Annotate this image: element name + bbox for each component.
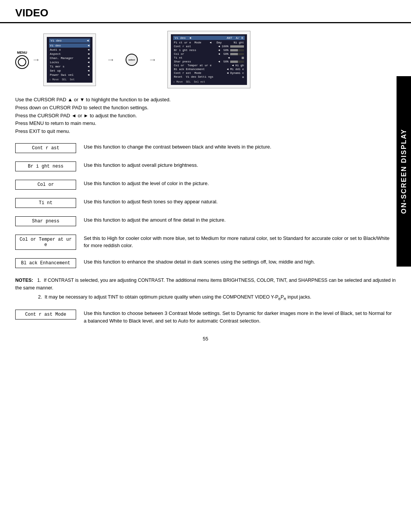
feature-description: Use this function to enhance the shadow …: [84, 258, 396, 266]
menu-circle: [15, 55, 29, 69]
osd-menu-2: Vi deo ◄ ANT A/ B Pi ct ur e Mode ◄ Day …: [171, 34, 247, 85]
osd2-row: Col or ◄ 50%: [173, 52, 245, 56]
note-1: NOTES: 1. If CONTRAST is selected, you a…: [15, 276, 396, 292]
osd-footer-1: ↕ Move SEL Set: [49, 78, 90, 81]
osd-menu-1-header: Vi deo ◄: [49, 38, 90, 43]
sidebar-label: ON-SCREEN DISPLAY: [397, 76, 411, 267]
feature-label: Bl ack Enhancement: [15, 258, 76, 268]
osd2-row: Reset Vi deo Setti ngs ⊕: [173, 75, 245, 79]
select-label: select: [128, 59, 135, 61]
osd2-row: Col or Temper at ur e ◄ Hi gh: [173, 64, 245, 67]
feature-description: Use this function to choose between 3 Co…: [84, 310, 396, 324]
notes-section: NOTES: 1. If CONTRAST is selected, you a…: [15, 276, 396, 302]
select-circle: select: [126, 54, 138, 66]
arrow-icon-2: →: [107, 55, 115, 65]
instruction-line: Use the CURSOR PAD ▲ or ▼ to highlight t…: [15, 96, 396, 104]
feature-description: Set this to High for cooler color with m…: [84, 235, 396, 249]
osd-menu-box-2: Vi deo ◄ ANT A/ B Pi ct ur e Mode ◄ Day …: [167, 31, 250, 88]
feature-label: Cont r ast: [15, 143, 76, 153]
osd-row: Ti mer s◄: [49, 64, 90, 69]
notes-label: NOTES:: [15, 278, 33, 283]
page-title: VIDEO: [0, 0, 411, 23]
osd2-row: Shar pness ◄ 50%: [173, 60, 245, 64]
feature-color: Col or Use this function to adjust the l…: [15, 180, 396, 190]
feature-contrast: Cont r ast Use this function to change t…: [15, 143, 396, 153]
feature-description: Use this function to adjust the level of…: [84, 180, 396, 187]
feature-tint: Ti nt Use this function to adjust flesh …: [15, 198, 396, 208]
osd2-footer: ↕ Move SEL Sel ect: [173, 80, 245, 83]
osd-menu-box-1: Vi deo ◄ Vi deo◄ Audi o◄ Aspect◄ Chan. M…: [43, 34, 96, 86]
osd2-row: Cont r ast Mode ◄ Dynami c: [173, 71, 245, 75]
note-text-1: If CONTRAST is selected, you are adjusti…: [15, 278, 396, 291]
instruction-line: Press MENU to return to main menu.: [15, 120, 396, 128]
select-area: select: [126, 54, 138, 66]
feature-label: Col or: [15, 180, 76, 190]
menu-label: MENU: [17, 51, 27, 54]
instruction-line: Press down on CURSOR PAD to select the f…: [15, 104, 396, 112]
osd-row: Vi deo◄: [49, 43, 90, 48]
osd-row: Set up◄: [49, 69, 90, 73]
feature-brightness: Br i ght ness Use this function to adjus…: [15, 161, 396, 171]
diagram-left: MENU → Vi deo ◄ Vi deo◄ Audi o◄ Aspect◄ …: [15, 34, 96, 86]
osd-row: Chan. Manager◄: [49, 56, 90, 60]
osd-menu-1: Vi deo ◄ Vi deo◄ Audi o◄ Aspect◄ Chan. M…: [47, 37, 92, 83]
feature-description: Use this function to adjust overall pict…: [84, 161, 396, 169]
arrow-icon-1: →: [32, 55, 40, 65]
feature-black-enhancement: Bl ack Enhancement Use this function to …: [15, 258, 396, 268]
feature-description: Use this function to change the contrast…: [84, 143, 396, 151]
feature-color-temperature: Col or Temper at ur e Set this to High f…: [15, 235, 396, 250]
page-number: 55: [203, 336, 208, 342]
osd-row: Power Swi vel◄: [49, 73, 90, 77]
feature-contrast-mode: Cont r ast Mode Use this function to cho…: [15, 310, 396, 324]
osd2-row: Pi ct ur e Mode ◄ Day Ni ght: [173, 41, 245, 45]
instruction-line: Press the CURSOR PAD ◄ or ► to adjust th…: [15, 112, 396, 120]
note-2: 2. It may be necessary to adjust TINT to…: [15, 293, 396, 302]
diagrams-section: MENU → Vi deo ◄ Vi deo◄ Audi o◄ Aspect◄ …: [15, 31, 396, 88]
instruction-line: Press EXIT to quit menu.: [15, 128, 396, 136]
feature-description: Use this function to adjust the amount o…: [84, 216, 396, 224]
feature-label: Col or Temper at ur e: [15, 235, 76, 250]
feature-label: Br i ght ness: [15, 161, 76, 171]
feature-label: Shar pness: [15, 216, 76, 226]
feature-label: Ti nt: [15, 198, 76, 208]
osd-row: Audi o◄: [49, 48, 90, 52]
feature-description: Use this function to adjust flesh tones …: [84, 198, 396, 206]
svg-point-0: [18, 58, 26, 66]
instructions-block: Use the CURSOR PAD ▲ or ▼ to highlight t…: [15, 96, 396, 136]
feature-label: Cont r ast Mode: [15, 310, 76, 320]
osd-row: Locks◄: [49, 60, 90, 64]
sidebar-label-text: ON-SCREEN DISPLAY: [400, 129, 408, 214]
osd2-row: Ti nt ◄: [173, 56, 245, 60]
osd-row: Aspect◄: [49, 52, 90, 56]
osd2-row: Cont r ast ◄ 100%: [173, 45, 245, 48]
osd-menu-2-header: Vi deo ◄ ANT A/ B: [173, 36, 245, 40]
osd2-row: Br i ght ness ◄ 50%: [173, 48, 245, 52]
osd2-row: Bl ack Enhancement ◄ Mi ddl e: [173, 67, 245, 71]
feature-sharpness: Shar pness Use this function to adjust t…: [15, 216, 396, 226]
page-footer: 55: [15, 336, 396, 342]
arrow-icon-3: →: [148, 55, 157, 65]
